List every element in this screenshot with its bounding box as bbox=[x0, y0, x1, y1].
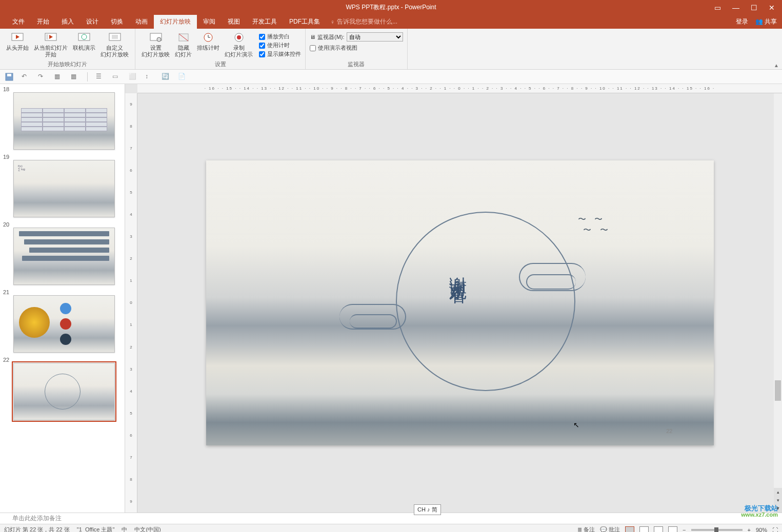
comments-button[interactable]: 💬 批注 bbox=[600, 526, 620, 532]
thumb-18[interactable]: 18 bbox=[2, 86, 122, 150]
zoom-thumb[interactable] bbox=[714, 527, 718, 533]
monitor-select[interactable]: 自动 bbox=[347, 32, 403, 42]
slide-thumbnail-pane[interactable]: 18 19f(x)∑ log 20 21 22 bbox=[0, 84, 125, 513]
lang-short[interactable]: 中 bbox=[122, 526, 127, 532]
scrollbar-thumb[interactable] bbox=[775, 380, 781, 401]
show-media-controls-checkbox[interactable]: 显示媒体控件 bbox=[259, 50, 301, 58]
tab-design[interactable]: 设计 bbox=[80, 15, 105, 29]
fit-window-icon[interactable]: ⛶ bbox=[772, 527, 778, 533]
slide-title-text[interactable]: 谢谢观看！ bbox=[446, 263, 470, 296]
notes-pane[interactable]: 单击此处添加备注 bbox=[0, 513, 782, 524]
monitor-icon: 🖥 bbox=[310, 34, 315, 40]
tab-transitions[interactable]: 切换 bbox=[105, 15, 129, 29]
tab-developer[interactable]: 开发工具 bbox=[246, 15, 283, 29]
setup-icon bbox=[150, 31, 162, 44]
hide-slide-icon bbox=[177, 31, 190, 44]
slideshow-view-icon[interactable] bbox=[668, 526, 677, 533]
from-current-button[interactable]: 从当前幻灯片 开始 bbox=[32, 30, 70, 60]
bulb-icon: ♀ bbox=[330, 18, 335, 26]
slide-canvas[interactable]: 〜 〜 〜 〜 谢谢观看！ 22 ↖ bbox=[137, 93, 782, 513]
qat-icon-4[interactable]: ▦ bbox=[54, 73, 63, 81]
present-online-icon bbox=[78, 31, 90, 44]
qat-icon-6[interactable]: ☰ bbox=[96, 73, 104, 81]
rehearse-timings-button[interactable]: 排练计时 bbox=[195, 30, 222, 60]
presenter-view-checkbox[interactable]: 使用演示者视图 bbox=[310, 44, 357, 52]
decorative-circle bbox=[396, 212, 575, 391]
tab-animations[interactable]: 动画 bbox=[129, 15, 154, 29]
normal-view-icon[interactable] bbox=[625, 526, 634, 533]
tab-view[interactable]: 视图 bbox=[222, 15, 246, 29]
setup-slideshow-button[interactable]: 设置 幻灯片放映 bbox=[139, 30, 172, 60]
reading-view-icon[interactable] bbox=[654, 526, 663, 533]
group-label: 监视器 bbox=[348, 60, 365, 69]
tab-review[interactable]: 审阅 bbox=[197, 15, 222, 29]
monitor-row: 🖥 监视器(M): 自动 bbox=[310, 32, 403, 42]
svg-rect-17 bbox=[7, 74, 11, 76]
titlebar: WPS PPT教程.pptx - PowerPoint ▭ — ☐ ✕ bbox=[0, 0, 782, 15]
custom-slideshow-button[interactable]: 自定义 幻灯片放映 bbox=[98, 30, 131, 60]
tab-file[interactable]: 文件 bbox=[6, 15, 31, 29]
ribbon-group-start: 从头开始 从当前幻灯片 开始 联机演示 自定义 幻灯片放映 开始放映幻灯片 bbox=[0, 29, 135, 69]
collapse-ribbon-icon[interactable]: ▲ bbox=[774, 63, 779, 68]
qat-icon-8[interactable]: ⬜ bbox=[129, 73, 137, 81]
separator bbox=[87, 72, 88, 81]
vertical-ruler: 9876543210123456789 bbox=[125, 93, 137, 513]
cloud-right-icon bbox=[519, 263, 586, 291]
language-indicator[interactable]: 中文(中国) bbox=[134, 526, 161, 532]
slide-counter: 幻灯片 第 22 张，共 22 张 bbox=[4, 526, 70, 532]
redo-icon[interactable]: ↷ bbox=[38, 73, 46, 81]
login-button[interactable]: 登录 bbox=[736, 17, 748, 26]
undo-icon[interactable]: ↶ bbox=[22, 73, 30, 81]
zoom-slider[interactable] bbox=[691, 529, 743, 531]
thumb-20[interactable]: 20 bbox=[2, 221, 122, 285]
zoom-out-icon[interactable]: − bbox=[683, 527, 686, 533]
thumb-21[interactable]: 21 bbox=[2, 289, 122, 353]
svg-rect-2 bbox=[46, 34, 48, 39]
qat-icon-11[interactable]: 📄 bbox=[178, 73, 186, 81]
present-online-button[interactable]: 联机演示 bbox=[71, 30, 97, 60]
qat-icon-7[interactable]: ▭ bbox=[112, 73, 121, 81]
slide-page-number: 22 bbox=[666, 428, 672, 434]
group-label: 开始放映幻灯片 bbox=[48, 60, 87, 69]
qat-icon-9[interactable]: ↕ bbox=[145, 73, 153, 81]
maximize-icon[interactable]: ☐ bbox=[751, 4, 757, 12]
save-icon[interactable] bbox=[5, 73, 13, 81]
thumb-19[interactable]: 19f(x)∑ log bbox=[2, 154, 122, 217]
sorter-view-icon[interactable] bbox=[639, 526, 649, 533]
tab-home[interactable]: 开始 bbox=[31, 15, 55, 29]
thumb-22[interactable]: 22 bbox=[2, 357, 122, 420]
qat-icon-5[interactable]: ▦ bbox=[71, 73, 79, 81]
ime-indicator[interactable]: CH ♪ 简 bbox=[414, 504, 441, 515]
tell-me[interactable]: ♀告诉我您想要做什么... bbox=[330, 17, 397, 26]
vertical-scrollbar[interactable]: ▴ ▾ ▼ bbox=[774, 93, 782, 513]
menubar: 文件 开始 插入 设计 切换 动画 幻灯片放映 审阅 视图 开发工具 PDF工具… bbox=[0, 15, 782, 29]
tab-pdf[interactable]: PDF工具集 bbox=[283, 15, 326, 29]
tab-insert[interactable]: 插入 bbox=[55, 15, 80, 29]
zoom-in-icon[interactable]: + bbox=[748, 527, 751, 533]
ribbon-options-icon[interactable]: ▭ bbox=[714, 4, 721, 12]
play-narrations-checkbox[interactable]: 播放旁白 bbox=[259, 32, 301, 41]
close-icon[interactable]: ✕ bbox=[769, 4, 775, 12]
minimize-icon[interactable]: — bbox=[732, 4, 739, 12]
group-label: 设置 bbox=[215, 60, 226, 69]
svg-rect-6 bbox=[112, 35, 118, 39]
ribbon: 从头开始 从当前幻灯片 开始 联机演示 自定义 幻灯片放映 开始放映幻灯片 设置… bbox=[0, 29, 782, 70]
use-timings-checkbox[interactable]: 使用计时 bbox=[259, 41, 301, 50]
current-slide[interactable]: 〜 〜 〜 〜 谢谢观看！ 22 ↖ bbox=[206, 160, 714, 445]
svg-point-8 bbox=[157, 37, 161, 42]
birds-icon: 〜 〜 〜 〜 bbox=[578, 214, 611, 236]
notes-button[interactable]: ≣ 备注 bbox=[577, 526, 595, 532]
workspace: 18 19f(x)∑ log 20 21 22 · 16 · · 15 · · … bbox=[0, 84, 782, 513]
from-beginning-button[interactable]: 从头开始 bbox=[4, 30, 31, 60]
zoom-level[interactable]: 90% bbox=[756, 527, 767, 533]
tab-slideshow[interactable]: 幻灯片放映 bbox=[154, 15, 197, 29]
record-slideshow-button[interactable]: 录制 幻灯片演示 bbox=[223, 30, 255, 60]
qat-icon-10[interactable]: 🔄 bbox=[162, 73, 170, 81]
cloud-left-icon bbox=[339, 304, 406, 330]
hide-slide-button[interactable]: 隐藏 幻灯片 bbox=[173, 30, 194, 60]
clock-icon bbox=[202, 31, 214, 44]
prev-slide-icon[interactable]: ▴ bbox=[774, 488, 782, 496]
edit-area: · 16 · · 15 · · 14 · · 13 · · 12 · · 11 … bbox=[125, 84, 782, 513]
next-slide-icon[interactable]: ▾ bbox=[774, 496, 782, 504]
share-button[interactable]: 👥 共享 bbox=[755, 17, 777, 26]
